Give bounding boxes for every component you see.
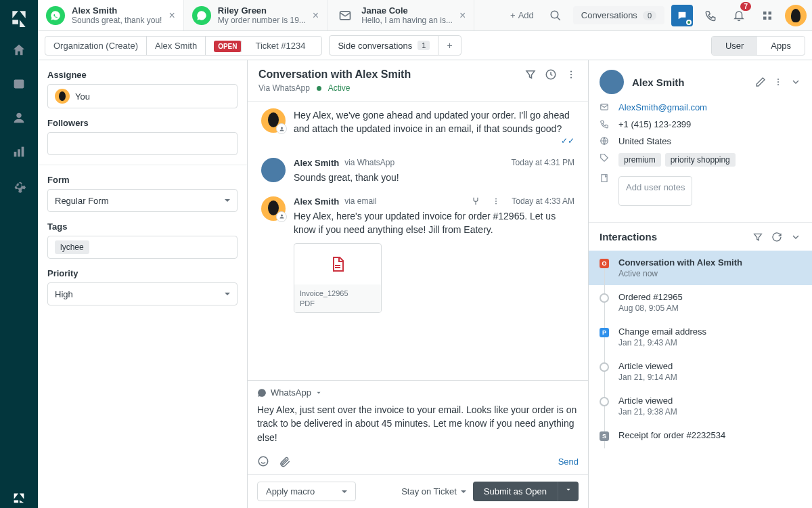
- avatar: [261, 108, 286, 133]
- filter-icon[interactable]: [752, 232, 763, 242]
- message-via: via WhatsApp: [344, 158, 394, 167]
- whatsapp-icon: [192, 6, 211, 25]
- user-location: United States: [618, 136, 671, 146]
- assignee-field[interactable]: You: [47, 84, 238, 108]
- message-list: Hey Alex, we've gone ahead and updated y…: [248, 102, 588, 380]
- nav-views[interactable]: [8, 73, 30, 95]
- nav-reports[interactable]: [8, 141, 30, 163]
- conversation-status: Active: [328, 83, 351, 93]
- priority-select[interactable]: High: [47, 282, 238, 305]
- svg-rect-3: [18, 149, 20, 156]
- tab-riley-green[interactable]: Riley GreenMy order number is 19... ×: [184, 0, 328, 30]
- emoji-icon[interactable]: [257, 455, 269, 467]
- call-button[interactable]: [700, 5, 721, 26]
- more-icon[interactable]: [565, 68, 577, 81]
- stay-on-ticket[interactable]: Stay on Ticket: [401, 486, 466, 496]
- svg-point-12: [570, 70, 572, 72]
- svg-rect-8: [769, 12, 772, 15]
- interaction-item[interactable]: Ordered #12965Aug 08, 9:05 AM: [589, 285, 812, 320]
- chevron-down-icon[interactable]: [790, 77, 801, 87]
- crumb-org[interactable]: Organization (Create): [45, 37, 147, 55]
- submit-dropdown[interactable]: [558, 482, 579, 501]
- side-conversations-button[interactable]: Side conversations1: [330, 37, 438, 55]
- email-icon: [336, 6, 355, 25]
- apps-button[interactable]: [757, 5, 778, 26]
- tags-label: Tags: [47, 221, 238, 232]
- filter-icon[interactable]: [524, 68, 537, 81]
- status-pending-icon: P: [600, 328, 609, 337]
- svg-rect-28: [602, 175, 607, 182]
- user-notes[interactable]: Add user notes: [618, 176, 692, 206]
- chevron-down-icon[interactable]: [790, 232, 801, 242]
- status-badge: OPEN: [214, 41, 242, 52]
- toggle-apps[interactable]: Apps: [757, 37, 805, 55]
- message: Alex Smithvia email Today at 4:33 AM Hey…: [261, 196, 574, 313]
- composer-input[interactable]: Hey Alex, just sent over the invoice to …: [248, 400, 588, 451]
- nav-settings[interactable]: [8, 175, 30, 196]
- interaction-item[interactable]: OConversation with Alex SmithActive now: [589, 251, 812, 285]
- close-icon[interactable]: ×: [313, 9, 319, 22]
- submit-button-group: Submit as Open: [473, 482, 579, 501]
- svg-point-19: [495, 203, 497, 205]
- channel-badge-icon: [276, 123, 287, 134]
- interaction-item[interactable]: SReceipt for order #2232534: [589, 423, 812, 448]
- submit-button[interactable]: Submit as Open: [473, 482, 558, 501]
- right-pane-toggle: User Apps: [711, 36, 805, 56]
- channel-badge-icon: [276, 211, 287, 222]
- tab-alex-smith[interactable]: Alex SmithSounds great, thank you! ×: [38, 0, 184, 30]
- followers-label: Followers: [47, 118, 238, 128]
- message-time: Today at 4:31 PM: [512, 158, 574, 167]
- history-icon[interactable]: [545, 68, 557, 81]
- svg-rect-10: [769, 16, 772, 20]
- notifications-button[interactable]: 7: [728, 5, 750, 26]
- conversations-pill[interactable]: Conversations0: [573, 6, 664, 24]
- tab-title: Janae Cole: [361, 5, 453, 16]
- nav-home[interactable]: [8, 39, 30, 61]
- interaction-item[interactable]: Article viewedJan 21, 9:14 AM: [589, 354, 812, 389]
- close-icon[interactable]: ×: [459, 9, 466, 22]
- message-text: Sounds great, thank you!: [294, 171, 574, 184]
- interaction-item[interactable]: Article viewedJan 21, 9:38 AM: [589, 389, 812, 423]
- nav-customers[interactable]: [8, 107, 30, 129]
- close-icon[interactable]: ×: [168, 9, 175, 22]
- avatar: [55, 89, 70, 104]
- conversations-label: Conversations: [581, 10, 637, 20]
- svg-point-22: [258, 457, 268, 466]
- crumb-user[interactable]: Alex Smith: [147, 37, 206, 55]
- composer-channel[interactable]: WhatsApp: [248, 381, 588, 400]
- crumb-ticket[interactable]: OPENTicket #1234: [206, 37, 321, 55]
- toggle-user[interactable]: User: [712, 37, 757, 55]
- macro-select[interactable]: Apply macro: [257, 482, 356, 501]
- fork-icon[interactable]: [471, 196, 480, 206]
- chat-button[interactable]: [671, 5, 693, 26]
- profile-avatar[interactable]: [785, 5, 807, 26]
- interaction-item[interactable]: PChange email addressJan 21, 9:43 AM: [589, 320, 812, 354]
- tab-janae-cole[interactable]: Janae ColeHello, I am having an is... ×: [328, 0, 474, 30]
- message-text: Hey Alex, we've gone ahead and updated y…: [294, 108, 574, 136]
- svg-rect-9: [763, 16, 767, 20]
- assignee-label: Assignee: [47, 70, 238, 80]
- message: Hey Alex, we've gone ahead and updated y…: [261, 108, 574, 146]
- message-more-icon[interactable]: [491, 196, 501, 206]
- brand-logo: [9, 8, 28, 27]
- add-side-conversation[interactable]: +: [438, 36, 460, 55]
- attach-icon[interactable]: [279, 455, 291, 467]
- user-pane: Alex Smith AlexSmith@gmail.com +1 (415) …: [589, 60, 812, 508]
- tag-chip: lychee: [55, 240, 89, 254]
- svg-rect-21: [335, 267, 340, 268]
- followers-field[interactable]: [47, 132, 238, 155]
- nav-zendesk-icon[interactable]: [8, 486, 30, 508]
- send-button[interactable]: Send: [558, 457, 579, 467]
- edit-icon[interactable]: [755, 77, 766, 87]
- timeline-dot: [600, 362, 609, 372]
- more-icon[interactable]: [773, 77, 784, 87]
- user-email[interactable]: AlexSmith@gmail.com: [618, 102, 707, 112]
- svg-rect-20: [335, 265, 340, 266]
- form-select[interactable]: Regular Form: [47, 189, 238, 212]
- add-button[interactable]: +Add: [506, 6, 538, 24]
- tags-field[interactable]: lychee: [47, 236, 238, 259]
- attachment[interactable]: Invoice_12965PDF: [294, 243, 382, 313]
- search-button[interactable]: [545, 5, 566, 26]
- refresh-icon[interactable]: [771, 232, 782, 242]
- user-profile: Alex Smith AlexSmith@gmail.com +1 (415) …: [589, 60, 812, 223]
